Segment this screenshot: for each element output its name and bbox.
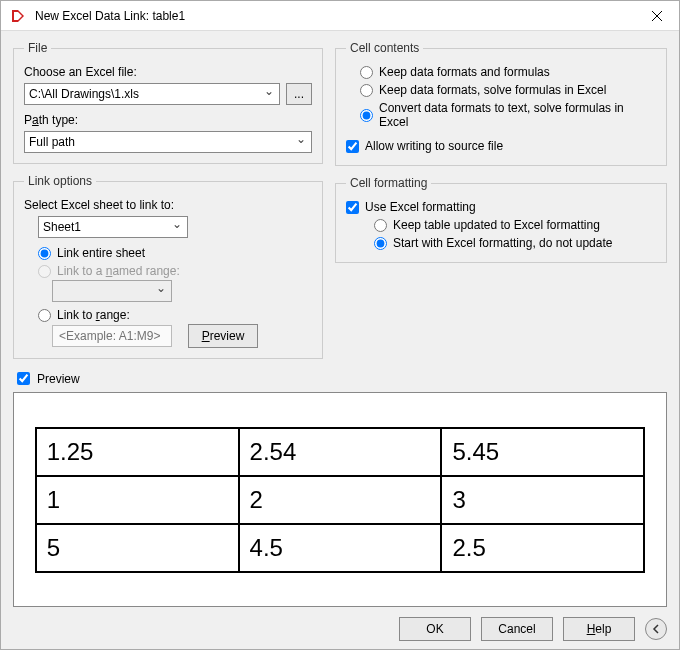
keep-formats-radio[interactable]: Keep data formats and formulas [360,65,656,79]
link-options-group: Link options Select Excel sheet to link … [13,174,323,359]
dialog-window: New Excel Data Link: table1 File Choose … [0,0,680,650]
select-sheet-label: Select Excel sheet to link to: [24,198,312,212]
sheet-select[interactable]: Sheet1 [38,216,188,238]
footer: OK Cancel Help [13,607,667,641]
preview-pane: 1.25 2.54 5.45 1 2 3 5 4.5 2.5 [13,392,667,607]
table-cell: 3 [441,476,644,524]
table-cell: 1.25 [36,428,239,476]
table-cell: 2 [239,476,442,524]
table-cell: 2.5 [441,524,644,572]
window-title: New Excel Data Link: table1 [35,9,637,23]
cell-contents-legend: Cell contents [346,41,423,55]
titlebar: New Excel Data Link: table1 [1,1,679,31]
chevron-left-icon [651,624,661,634]
help-button[interactable]: Help [563,617,635,641]
table-cell: 5.45 [441,428,644,476]
close-icon [652,11,662,21]
ok-button[interactable]: OK [399,617,471,641]
table-row: 1 2 3 [36,476,645,524]
table-cell: 2.54 [239,428,442,476]
cell-contents-group: Cell contents Keep data formats and form… [335,41,667,166]
table-cell: 1 [36,476,239,524]
browse-button[interactable]: ... [286,83,312,105]
file-path-combo[interactable]: C:\All Drawings\1.xls [24,83,280,105]
table-row: 5 4.5 2.5 [36,524,645,572]
path-type-label: Path type: [24,113,78,127]
path-type-combo[interactable]: Full path [24,131,312,153]
start-with-radio[interactable]: Start with Excel formatting, do not upda… [374,236,656,250]
cancel-button[interactable]: Cancel [481,617,553,641]
dialog-body: File Choose an Excel file: C:\All Drawin… [1,31,679,649]
table-row: 1.25 2.54 5.45 [36,428,645,476]
preview-range-button[interactable]: Preview [188,324,258,348]
preview-checkbox[interactable]: Preview [13,369,667,388]
convert-radio[interactable]: Convert data formats to text, solve form… [360,101,656,129]
expand-button[interactable] [645,618,667,640]
file-group: File Choose an Excel file: C:\All Drawin… [13,41,323,164]
cell-formatting-legend: Cell formatting [346,176,431,190]
link-to-range-radio[interactable]: Link to range: [38,308,312,322]
table-cell: 5 [36,524,239,572]
keep-solve-radio[interactable]: Keep data formats, solve formulas in Exc… [360,83,656,97]
table-cell: 4.5 [239,524,442,572]
close-button[interactable] [637,2,677,30]
file-legend: File [24,41,51,55]
range-input [52,325,172,347]
allow-write-check[interactable]: Allow writing to source file [346,139,656,153]
keep-updated-radio[interactable]: Keep table updated to Excel formatting [374,218,656,232]
cell-formatting-group: Cell formatting Use Excel formatting Kee… [335,176,667,263]
named-range-select [52,280,172,302]
app-icon [9,7,27,25]
link-named-range-radio: Link to a named range: [38,264,312,278]
link-entire-radio[interactable]: Link entire sheet [38,246,312,260]
choose-file-label: Choose an Excel file: [24,65,312,79]
preview-table: 1.25 2.54 5.45 1 2 3 5 4.5 2.5 [35,427,646,573]
link-options-legend: Link options [24,174,96,188]
use-excel-formatting-check[interactable]: Use Excel formatting [346,200,656,214]
